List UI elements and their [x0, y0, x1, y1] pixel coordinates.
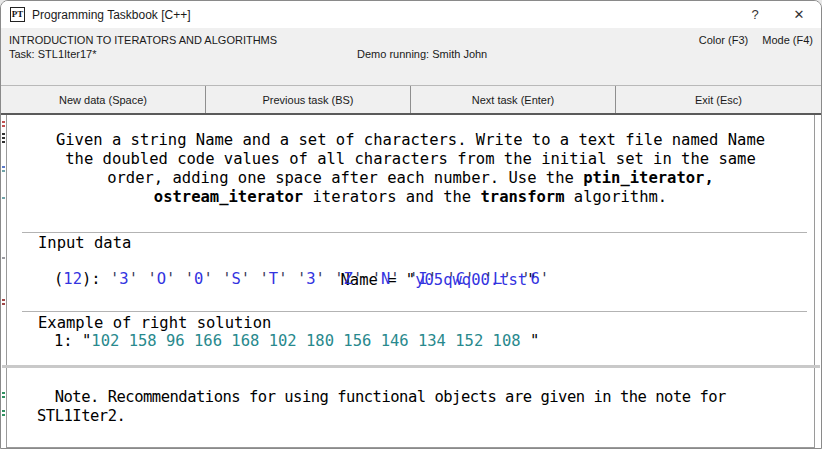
exit-button[interactable]: Exit (Esc): [616, 86, 821, 113]
edge-marker: [2, 410, 5, 412]
input-char: C: [456, 270, 465, 288]
solution-index: 1:: [54, 332, 82, 350]
task-header: INTRODUCTION TO ITERATORS AND ALGORITHMS…: [1, 28, 821, 85]
title-bar: PT Programming Taskbook [C++] ? ✕: [1, 1, 821, 28]
space: [474, 270, 483, 288]
description-segment: Given a string Name and a set of charact…: [56, 131, 765, 149]
help-icon[interactable]: ?: [733, 1, 777, 28]
input-char: O: [157, 270, 166, 288]
mode-button[interactable]: Mode (F4): [762, 34, 813, 46]
note-line: STL1Iter2.: [37, 407, 794, 426]
tick: ': [390, 270, 399, 288]
edge-marker: [2, 137, 5, 139]
tick: ': [260, 270, 269, 288]
input-char: N: [381, 270, 390, 288]
solution-section-divider: [22, 311, 807, 312]
space: [175, 270, 184, 288]
header-actions: Color (F3) Mode (F4): [699, 34, 813, 46]
description-segment: the doubled code values of all character…: [65, 150, 756, 168]
input-char: S: [231, 270, 240, 288]
task-name: Task: STL1Iter17*: [9, 48, 96, 60]
task-content: Given a string Name and a set of charact…: [6, 115, 815, 448]
note-text: Note. Recommendations for using function…: [37, 388, 794, 426]
space: [138, 270, 147, 288]
course-title: INTRODUCTION TO ITERATORS AND ALGORITHMS: [9, 34, 277, 46]
edge-marker: [2, 170, 5, 172]
tick: ': [446, 270, 455, 288]
paren: ):: [82, 270, 110, 288]
description-line: Given a string Name and a set of charact…: [7, 131, 814, 150]
new-data-button[interactable]: New data (Space): [1, 86, 206, 113]
tick: ': [540, 270, 549, 288]
window-controls: ? ✕: [733, 1, 821, 28]
description-segment: iterators and the: [303, 188, 480, 206]
solution-values: 102 158 96 166 168 102 180 156 146 134 1…: [91, 332, 530, 350]
input-char: T: [269, 270, 278, 288]
input-char: 3: [306, 270, 315, 288]
input-char: 3: [119, 270, 128, 288]
description-line: the doubled code values of all character…: [7, 150, 814, 169]
edge-marker: [2, 121, 5, 123]
input-char: Z: [344, 270, 353, 288]
tick: ': [372, 270, 381, 288]
tick: ': [203, 270, 212, 288]
input-section-divider: [22, 232, 807, 233]
input-data-heading: Input data: [38, 234, 131, 253]
demo-running-label: Demo running: Smith John: [357, 48, 487, 60]
edge-marker: [2, 141, 5, 143]
tick: ': [297, 270, 306, 288]
tick: ': [241, 270, 250, 288]
edge-marker: [2, 133, 5, 135]
space: [362, 270, 371, 288]
description-segment: transform: [480, 188, 564, 206]
description-line: order, adding one space after each numbe…: [7, 169, 814, 188]
tick: ': [147, 270, 156, 288]
solution-line: 1: "102 158 96 166 168 102 180 156 146 1…: [54, 332, 539, 351]
tick: ': [334, 270, 343, 288]
app-icon: PT: [10, 7, 25, 22]
space: [213, 270, 222, 288]
edge-marker: [2, 414, 5, 416]
color-button[interactable]: Color (F3): [699, 34, 749, 46]
edge-marker: [2, 125, 5, 127]
description-segment: ptin_iterator,: [583, 169, 714, 187]
tick: ': [428, 270, 437, 288]
edge-marker: [2, 299, 5, 301]
input-chars-line: (12): '3' 'O' '0' 'S' 'T' '3' 'Z' 'N' 'I…: [54, 270, 549, 289]
edge-marker: [2, 303, 5, 305]
char-count: 12: [63, 270, 82, 288]
task-description: Given a string Name and a set of charact…: [7, 131, 814, 207]
tick: ': [316, 270, 325, 288]
description-segment: ostream_iterator: [154, 188, 303, 206]
tick: ': [484, 270, 493, 288]
paren: (: [54, 270, 63, 288]
tick: ': [353, 270, 362, 288]
edge-marker: [2, 396, 5, 398]
tick: ': [110, 270, 119, 288]
input-char: I: [418, 270, 427, 288]
toolbar: New data (Space)Previous task (BS)Next t…: [1, 85, 821, 115]
tick: ': [409, 270, 418, 288]
input-name-line: Name = "y05qwq00.tst": [7, 252, 814, 271]
description-line: ostream_iterator iterators and the trans…: [7, 188, 814, 207]
space: [325, 270, 334, 288]
window-title: Programming Taskbook [C++]: [32, 8, 191, 22]
tick: ': [129, 270, 138, 288]
next-task-button[interactable]: Next task (Enter): [411, 86, 616, 113]
app-window: PT Programming Taskbook [C++] ? ✕ INTROD…: [0, 0, 822, 449]
tick: ': [185, 270, 194, 288]
quote: ": [82, 332, 91, 350]
tick: ': [278, 270, 287, 288]
note-section-divider: [2, 365, 820, 368]
input-char: 6: [530, 270, 539, 288]
edge-marker: [2, 392, 5, 394]
tick: ': [502, 270, 511, 288]
note-line: Note. Recommendations for using function…: [37, 388, 794, 407]
space: [512, 270, 521, 288]
description-segment: algorithm.: [564, 188, 667, 206]
description-segment: order, adding one space after each numbe…: [107, 169, 583, 187]
solution-heading: Example of right solution: [38, 314, 271, 333]
edge-marker: [2, 197, 5, 199]
close-icon[interactable]: ✕: [777, 1, 821, 28]
previous-task-button[interactable]: Previous task (BS): [206, 86, 411, 113]
